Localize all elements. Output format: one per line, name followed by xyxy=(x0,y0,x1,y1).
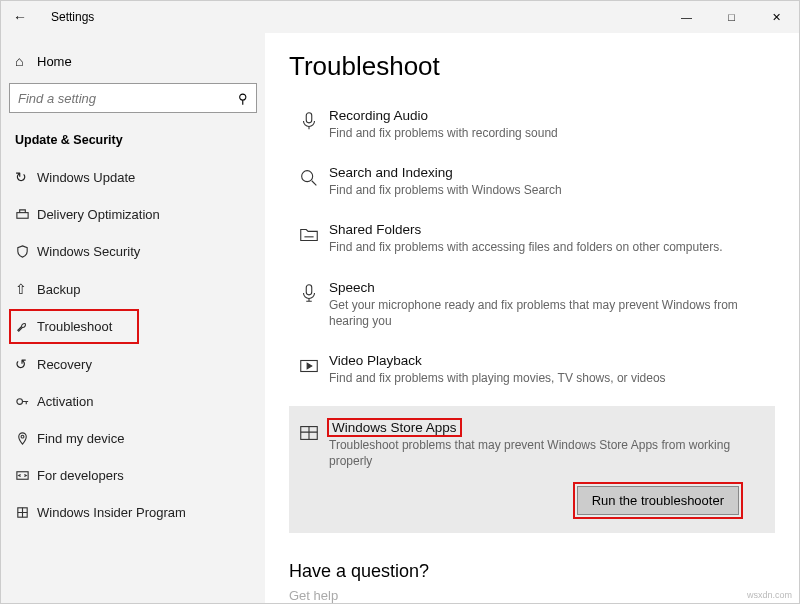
body: ⌂ Home ⚲ Update & Security ↻ Windows Upd… xyxy=(1,33,799,603)
sidebar-item-label: Find my device xyxy=(37,431,124,446)
speech-icon xyxy=(289,280,329,329)
troubleshooter-name: Windows Store Apps xyxy=(329,420,460,435)
troubleshooter-windows-store-apps[interactable]: Windows Store Apps Troubleshoot problems… xyxy=(289,406,775,532)
dev-icon xyxy=(15,468,37,483)
microphone-icon xyxy=(289,108,329,141)
troubleshooter-search-indexing[interactable]: Search and Indexing Find and fix problem… xyxy=(289,157,775,214)
key-icon xyxy=(15,394,37,409)
troubleshooter-name: Search and Indexing xyxy=(329,165,775,180)
settings-window: ← Settings ― □ ✕ ⌂ Home ⚲ Update & Secur… xyxy=(0,0,800,604)
backup-icon: ⇧ xyxy=(15,281,37,297)
troubleshooter-name: Speech xyxy=(329,280,775,295)
watermark: wsxdn.com xyxy=(747,590,792,600)
maximize-button[interactable]: □ xyxy=(709,1,754,33)
insider-icon xyxy=(15,505,37,520)
sidebar-item-troubleshoot[interactable]: Troubleshoot xyxy=(9,309,139,344)
troubleshooter-desc: Find and fix problems with Windows Searc… xyxy=(329,182,775,198)
sidebar-item-recovery[interactable]: ↺ Recovery xyxy=(9,346,257,382)
sidebar-item-for-developers[interactable]: For developers xyxy=(9,458,257,493)
home-label: Home xyxy=(37,54,72,69)
svg-point-1 xyxy=(17,399,23,405)
troubleshooter-shared-folders[interactable]: Shared Folders Find and fix problems wit… xyxy=(289,214,775,271)
sidebar-item-insider[interactable]: Windows Insider Program xyxy=(9,495,257,530)
sidebar-item-label: Recovery xyxy=(37,357,92,372)
troubleshooter-name: Shared Folders xyxy=(329,222,775,237)
sidebar-item-backup[interactable]: ⇧ Backup xyxy=(9,271,257,307)
svg-point-6 xyxy=(302,171,313,182)
close-button[interactable]: ✕ xyxy=(754,1,799,33)
sidebar-item-label: Windows Insider Program xyxy=(37,505,186,520)
get-help-link[interactable]: Get help xyxy=(289,588,775,603)
svg-rect-0 xyxy=(17,213,28,219)
troubleshooter-name: Recording Audio xyxy=(329,108,775,123)
app-title: Settings xyxy=(51,10,94,24)
search-icon: ⚲ xyxy=(238,91,248,106)
recovery-icon: ↺ xyxy=(15,356,37,372)
home-link[interactable]: ⌂ Home xyxy=(9,47,257,79)
sidebar-item-delivery-optimization[interactable]: Delivery Optimization xyxy=(9,197,257,232)
troubleshooter-recording-audio[interactable]: Recording Audio Find and fix problems wi… xyxy=(289,100,775,157)
delivery-icon xyxy=(15,207,37,222)
back-icon[interactable]: ← xyxy=(13,9,33,25)
troubleshooter-speech[interactable]: Speech Get your microphone ready and fix… xyxy=(289,272,775,345)
sidebar-item-label: Windows Security xyxy=(37,244,140,259)
minimize-button[interactable]: ― xyxy=(664,1,709,33)
page-title: Troubleshoot xyxy=(289,51,775,82)
troubleshooter-name: Video Playback xyxy=(329,353,775,368)
sidebar-item-windows-update[interactable]: ↻ Windows Update xyxy=(9,159,257,195)
troubleshooter-desc: Get your microphone ready and fix proble… xyxy=(329,297,775,329)
sidebar: ⌂ Home ⚲ Update & Security ↻ Windows Upd… xyxy=(1,33,265,603)
question-heading: Have a question? xyxy=(289,561,775,582)
wrench-icon xyxy=(15,319,37,334)
sidebar-item-activation[interactable]: Activation xyxy=(9,384,257,419)
svg-point-2 xyxy=(21,435,24,438)
sidebar-item-label: Delivery Optimization xyxy=(37,207,160,222)
search-input[interactable] xyxy=(18,91,238,106)
home-icon: ⌂ xyxy=(15,53,37,69)
svg-rect-5 xyxy=(306,113,312,123)
content: Troubleshoot Recording Audio Find and fi… xyxy=(265,33,799,603)
sidebar-item-find-my-device[interactable]: Find my device xyxy=(9,421,257,456)
sidebar-item-label: Windows Update xyxy=(37,170,135,185)
troubleshooter-desc: Find and fix problems with recording sou… xyxy=(329,125,775,141)
search-large-icon xyxy=(289,165,329,198)
svg-rect-7 xyxy=(306,284,312,294)
troubleshooter-video-playback[interactable]: Video Playback Find and fix problems wit… xyxy=(289,345,775,402)
titlebar: ← Settings ― □ ✕ xyxy=(1,1,799,33)
troubleshooter-desc: Troubleshoot problems that may prevent W… xyxy=(329,437,765,469)
sync-icon: ↻ xyxy=(15,169,37,185)
sidebar-item-label: Troubleshoot xyxy=(37,319,112,334)
troubleshooter-desc: Find and fix problems with playing movie… xyxy=(329,370,775,386)
store-icon xyxy=(289,420,329,514)
folder-icon xyxy=(289,222,329,255)
sidebar-item-label: Activation xyxy=(37,394,93,409)
video-icon xyxy=(289,353,329,386)
sidebar-item-windows-security[interactable]: Windows Security xyxy=(9,234,257,269)
section-title: Update & Security xyxy=(9,127,257,159)
troubleshooter-desc: Find and fix problems with accessing fil… xyxy=(329,239,775,255)
run-troubleshooter-button[interactable]: Run the troubleshooter xyxy=(577,486,739,515)
search-box[interactable]: ⚲ xyxy=(9,83,257,113)
location-icon xyxy=(15,431,37,446)
shield-icon xyxy=(15,244,37,259)
sidebar-item-label: For developers xyxy=(37,468,124,483)
sidebar-item-label: Backup xyxy=(37,282,80,297)
